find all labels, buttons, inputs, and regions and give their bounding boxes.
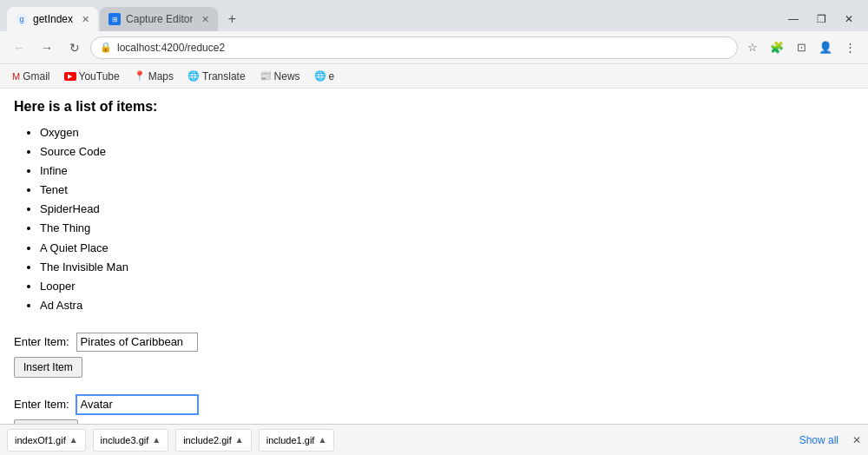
bookmark-star-icon[interactable]: ☆ <box>741 36 764 59</box>
tab-title-getindex: getIndex <box>33 13 73 25</box>
tab-close-getindex[interactable]: ✕ <box>82 14 89 25</box>
download-filename: include3.gif <box>101 435 149 445</box>
back-button[interactable]: ← <box>7 36 31 60</box>
list-item: Source Code <box>40 142 854 162</box>
download-arrow-icon[interactable]: ▲ <box>69 435 78 445</box>
bookmarks-bar: M Gmail ▶ YouTube 📍 Maps 🌐 Translate 📰 N… <box>0 64 868 89</box>
list-item: Looper <box>40 277 854 296</box>
tab-getindex[interactable]: g getIndex ✕ <box>7 7 98 31</box>
maps-icon: 📍 <box>134 70 146 82</box>
window-controls: — ❐ ✕ <box>781 7 868 31</box>
minimize-button[interactable]: — <box>781 7 806 31</box>
list-item: The Thing <box>40 219 854 238</box>
translate-icon: 🌐 <box>187 70 200 82</box>
download-filename: indexOf1.gif <box>15 435 66 445</box>
new-tab-button[interactable]: + <box>220 7 244 31</box>
tab-title-capture: Capture Editor <box>126 13 193 25</box>
tab-close-capture[interactable]: ✕ <box>201 14 209 25</box>
bookmark-e-label: e <box>329 70 335 82</box>
download-filename: include2.gif <box>183 435 232 445</box>
bookmark-news[interactable]: 📰 News <box>254 69 306 84</box>
insert-item-button[interactable]: Insert Item <box>14 357 82 378</box>
page-area: Here is a list of items: OxygenSource Co… <box>0 89 868 424</box>
bookmark-news-label: News <box>274 70 300 82</box>
getindex-item-input[interactable] <box>76 395 198 414</box>
address-text: localhost:4200/reduce2 <box>117 42 728 54</box>
close-button[interactable]: ✕ <box>837 7 861 31</box>
show-all-downloads-button[interactable]: Show all <box>799 434 838 446</box>
nav-icons: ☆ 🧩 ⊡ 👤 ⋮ <box>741 36 861 59</box>
download-item[interactable]: indexOf1.gif▲ <box>7 429 86 452</box>
insert-item-label: Enter Item: <box>14 335 69 348</box>
download-items-container: indexOf1.gif▲include3.gif▲include2.gif▲i… <box>7 429 334 452</box>
items-list: OxygenSource CodeInfineTenetSpiderHeadTh… <box>40 123 854 315</box>
getindex-form-row: Enter Item: <box>14 395 854 414</box>
page-heading: Here is a list of items: <box>14 99 854 115</box>
bookmark-maps-label: Maps <box>148 70 174 82</box>
reload-button[interactable]: ↻ <box>62 36 87 60</box>
security-icon: 🔒 <box>100 42 112 53</box>
bookmark-gmail[interactable]: M Gmail <box>7 69 56 84</box>
bookmark-translate[interactable]: 🌐 Translate <box>182 69 251 84</box>
download-arrow-icon[interactable]: ▲ <box>318 435 326 445</box>
profile-icon[interactable]: 👤 <box>814 36 837 59</box>
gmail-icon: M <box>12 71 20 82</box>
list-item: Tenet <box>40 181 854 200</box>
bookmark-gmail-label: Gmail <box>23 70 49 82</box>
list-item: Ad Astra <box>40 296 854 315</box>
browser-window: g getIndex ✕ ⊞ Capture Editor ✕ + — ❐ ✕ … <box>0 0 868 455</box>
page-content: Here is a list of items: OxygenSource Co… <box>0 89 868 424</box>
list-item: SpiderHead <box>40 200 854 219</box>
extensions-icon[interactable]: 🧩 <box>766 36 788 59</box>
tab-favicon-getindex: g <box>16 13 28 25</box>
download-item[interactable]: include3.gif▲ <box>93 429 169 452</box>
list-item: Infine <box>40 162 854 181</box>
address-bar[interactable]: 🔒 localhost:4200/reduce2 <box>90 36 738 59</box>
youtube-icon: ▶ <box>64 72 76 81</box>
maximize-button[interactable]: ❐ <box>809 7 833 31</box>
list-item: A Quiet Place <box>40 239 854 258</box>
download-filename: include1.gif <box>266 435 315 445</box>
bookmark-maps[interactable]: 📍 Maps <box>128 69 179 84</box>
bookmark-youtube[interactable]: ▶ YouTube <box>59 69 125 84</box>
tab-bar: g getIndex ✕ ⊞ Capture Editor ✕ + — ❐ ✕ <box>0 0 868 31</box>
list-item: The Invisible Man <box>40 258 854 277</box>
edge-icon: 🌐 <box>314 70 326 82</box>
insert-form-section: Enter Item: Insert Item <box>14 333 854 378</box>
insert-item-input[interactable] <box>76 333 198 352</box>
bookmark-youtube-label: YouTube <box>79 70 120 82</box>
insert-form-row: Enter Item: <box>14 333 854 352</box>
download-item[interactable]: include1.gif▲ <box>259 429 335 452</box>
getindex-item-label: Enter Item: <box>14 398 69 411</box>
split-view-icon[interactable]: ⊡ <box>790 36 812 59</box>
downloads-bar: indexOf1.gif▲include3.gif▲include2.gif▲i… <box>0 424 868 455</box>
forward-button[interactable]: → <box>35 36 59 60</box>
list-item: Oxygen <box>40 123 854 142</box>
bookmark-translate-label: Translate <box>202 70 246 82</box>
bookmark-e[interactable]: 🌐 e <box>309 69 340 84</box>
close-downloads-button[interactable]: ✕ <box>852 434 861 446</box>
download-arrow-icon[interactable]: ▲ <box>152 435 161 445</box>
nav-bar: ← → ↻ 🔒 localhost:4200/reduce2 ☆ 🧩 ⊡ 👤 ⋮ <box>0 31 868 64</box>
download-arrow-icon[interactable]: ▲ <box>235 435 244 445</box>
getindex-form-section: Enter Item: Get Index <box>14 395 854 424</box>
menu-icon[interactable]: ⋮ <box>838 36 861 59</box>
news-icon: 📰 <box>260 70 272 82</box>
tab-favicon-capture: ⊞ <box>108 13 121 25</box>
tab-capture[interactable]: ⊞ Capture Editor ✕ <box>100 7 218 31</box>
download-item[interactable]: include2.gif▲ <box>175 429 252 452</box>
